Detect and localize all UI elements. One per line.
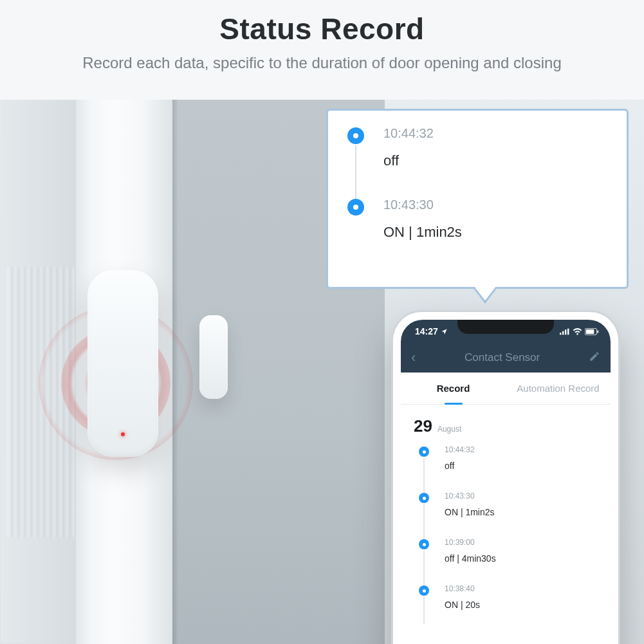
record-time: 10:44:32 xyxy=(383,126,614,141)
timeline-dot-icon xyxy=(419,585,429,596)
sensor-main-unit xyxy=(87,270,158,457)
popup-record-item: 10:43:30 ON | 1min2s xyxy=(347,198,614,269)
tabs: Record Automation Record xyxy=(401,373,611,405)
record-time: 10:43:30 xyxy=(383,198,614,212)
back-icon[interactable]: ‹ xyxy=(411,349,416,366)
record-status: ON | 1min2s xyxy=(445,507,598,517)
list-item[interactable]: 10:43:30 ON | 1min2s xyxy=(419,492,598,538)
record-list: 10:44:32 off 10:43:30 ON | 1min2s 10:39:… xyxy=(401,440,611,630)
sensor-led-icon xyxy=(121,432,125,436)
svg-rect-2 xyxy=(565,329,566,335)
record-status: off xyxy=(383,152,614,169)
record-status: off | 4min30s xyxy=(445,553,598,564)
status-popup: 10:44:32 off 10:43:30 ON | 1min2s xyxy=(326,109,629,289)
wifi-icon xyxy=(573,328,582,335)
list-item[interactable]: 10:38:40 ON | 20s xyxy=(419,584,598,630)
app-bar: ‹ Contact Sensor xyxy=(401,343,611,373)
popup-record-item: 10:44:32 off xyxy=(347,126,614,198)
svg-rect-6 xyxy=(597,330,598,333)
timeline-dot-icon xyxy=(419,493,429,503)
timeline-dot-icon xyxy=(347,127,364,144)
record-status: ON | 20s xyxy=(445,600,598,610)
background-blinds xyxy=(8,267,78,537)
date-month: August xyxy=(437,425,461,434)
svg-rect-0 xyxy=(560,333,561,335)
tab-record[interactable]: Record xyxy=(401,373,506,404)
record-time: 10:44:32 xyxy=(445,445,598,454)
phone-notch xyxy=(457,320,554,334)
list-item[interactable]: 10:44:32 off xyxy=(419,445,598,492)
battery-icon xyxy=(585,328,599,335)
sensor-magnet-unit xyxy=(199,315,228,399)
record-time: 10:43:30 xyxy=(445,492,598,501)
date-day: 29 xyxy=(414,416,432,436)
timeline-dot-icon xyxy=(419,446,429,457)
page-title: Status Record xyxy=(0,12,644,46)
svg-rect-5 xyxy=(586,329,594,334)
list-item[interactable]: 10:39:00 off | 4min30s xyxy=(419,538,598,584)
statusbar-time: 14:27 xyxy=(415,326,438,336)
svg-rect-1 xyxy=(562,331,564,335)
header: Status Record Record each data, specific… xyxy=(0,0,644,91)
svg-rect-3 xyxy=(567,328,569,335)
product-scene: 10:44:32 off 10:43:30 ON | 1min2s 14:27 xyxy=(0,100,644,644)
record-status: ON | 1min2s xyxy=(383,224,614,241)
record-status: off xyxy=(445,461,598,471)
page-subtitle: Record each data, specific to the durati… xyxy=(0,54,644,72)
timeline-dot-icon xyxy=(347,199,364,216)
tab-automation-record[interactable]: Automation Record xyxy=(506,373,611,404)
phone-mockup: 14:27 ‹ Contact Sensor Record Automation xyxy=(393,312,618,644)
signal-icon xyxy=(560,328,570,335)
record-time: 10:38:40 xyxy=(445,584,598,593)
edit-icon[interactable] xyxy=(589,351,600,365)
door-edge xyxy=(172,100,178,644)
app-title: Contact Sensor xyxy=(465,351,540,364)
timeline-dot-icon xyxy=(419,539,429,549)
date-header: 29 August xyxy=(401,405,611,440)
record-time: 10:39:00 xyxy=(445,538,598,547)
location-icon xyxy=(441,328,448,335)
